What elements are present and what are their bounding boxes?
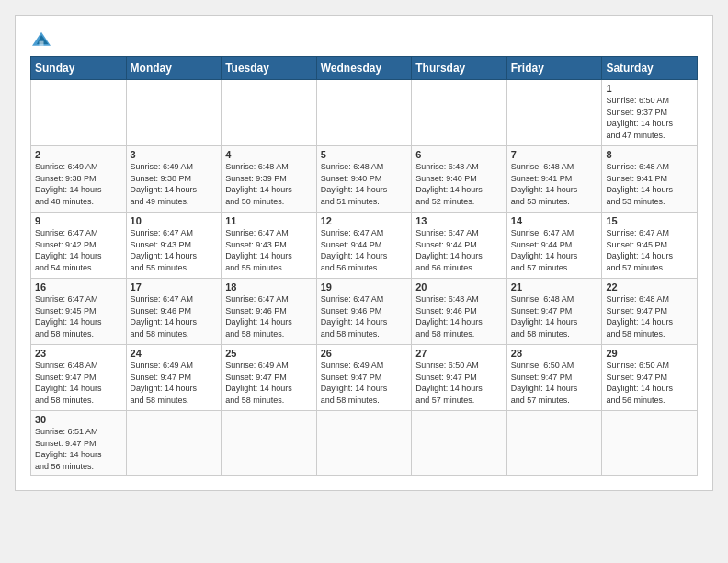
- week-row: 30Sunrise: 6:51 AM Sunset: 9:47 PM Dayli…: [31, 411, 698, 476]
- day-number: 22: [606, 282, 693, 293]
- cell-info: Sunrise: 6:48 AM Sunset: 9:40 PM Dayligh…: [415, 161, 503, 207]
- calendar-cell: [506, 80, 602, 146]
- day-header-wednesday: Wednesday: [316, 57, 412, 80]
- calendar-cell: 15Sunrise: 6:47 AM Sunset: 9:45 PM Dayli…: [602, 213, 698, 279]
- day-number: 13: [415, 215, 503, 226]
- week-row: 16Sunrise: 6:47 AM Sunset: 9:45 PM Dayli…: [31, 279, 698, 345]
- calendar-cell: 16Sunrise: 6:47 AM Sunset: 9:45 PM Dayli…: [31, 279, 127, 345]
- calendar-cell: 28Sunrise: 6:50 AM Sunset: 9:47 PM Dayli…: [506, 345, 602, 411]
- cell-info: Sunrise: 6:51 AM Sunset: 9:47 PM Dayligh…: [35, 426, 122, 472]
- calendar-cell: [316, 411, 412, 476]
- calendar-cell: 14Sunrise: 6:47 AM Sunset: 9:44 PM Dayli…: [506, 213, 602, 279]
- calendar-cell: 25Sunrise: 6:49 AM Sunset: 9:47 PM Dayli…: [222, 345, 317, 411]
- calendar-cell: [602, 411, 698, 476]
- cell-info: Sunrise: 6:50 AM Sunset: 9:47 PM Dayligh…: [415, 360, 503, 406]
- cell-info: Sunrise: 6:48 AM Sunset: 9:41 PM Dayligh…: [606, 161, 693, 207]
- cell-info: Sunrise: 6:47 AM Sunset: 9:44 PM Dayligh…: [511, 227, 598, 273]
- calendar-header: SundayMondayTuesdayWednesdayThursdayFrid…: [31, 57, 698, 80]
- calendar-cell: 10Sunrise: 6:47 AM Sunset: 9:43 PM Dayli…: [126, 213, 222, 279]
- day-number: 2: [35, 149, 122, 160]
- calendar-cell: 17Sunrise: 6:47 AM Sunset: 9:46 PM Dayli…: [126, 279, 222, 345]
- cell-info: Sunrise: 6:47 AM Sunset: 9:46 PM Dayligh…: [225, 293, 313, 339]
- day-number: 11: [225, 215, 313, 226]
- calendar-container: SundayMondayTuesdayWednesdayThursdayFrid…: [15, 15, 713, 491]
- cell-info: Sunrise: 6:47 AM Sunset: 9:46 PM Dayligh…: [321, 293, 408, 339]
- calendar-table: SundayMondayTuesdayWednesdayThursdayFrid…: [30, 56, 698, 476]
- calendar-cell: 20Sunrise: 6:48 AM Sunset: 9:46 PM Dayli…: [412, 279, 507, 345]
- cell-info: Sunrise: 6:47 AM Sunset: 9:45 PM Dayligh…: [35, 293, 122, 339]
- day-number: 24: [131, 348, 218, 359]
- cell-info: Sunrise: 6:48 AM Sunset: 9:47 PM Dayligh…: [606, 293, 693, 339]
- day-header-tuesday: Tuesday: [222, 57, 317, 80]
- day-number: 1: [606, 83, 693, 94]
- calendar-cell: [126, 80, 222, 146]
- header-row: SundayMondayTuesdayWednesdayThursdayFrid…: [31, 57, 698, 80]
- calendar-cell: 7Sunrise: 6:48 AM Sunset: 9:41 PM Daylig…: [506, 146, 602, 213]
- cell-info: Sunrise: 6:48 AM Sunset: 9:47 PM Dayligh…: [35, 360, 122, 406]
- day-header-friday: Friday: [506, 57, 602, 80]
- day-number: 26: [321, 348, 408, 359]
- calendar-cell: 4Sunrise: 6:48 AM Sunset: 9:39 PM Daylig…: [222, 146, 317, 213]
- calendar-body: 1Sunrise: 6:50 AM Sunset: 9:37 PM Daylig…: [31, 80, 698, 476]
- calendar-cell: 26Sunrise: 6:49 AM Sunset: 9:47 PM Dayli…: [316, 345, 412, 411]
- calendar-cell: [222, 411, 317, 476]
- day-number: 3: [131, 149, 218, 160]
- day-number: 8: [606, 149, 693, 160]
- day-number: 5: [321, 149, 408, 160]
- day-number: 21: [511, 282, 598, 293]
- calendar-cell: 21Sunrise: 6:48 AM Sunset: 9:47 PM Dayli…: [506, 279, 602, 345]
- calendar-cell: 11Sunrise: 6:47 AM Sunset: 9:43 PM Dayli…: [222, 213, 317, 279]
- svg-rect-2: [40, 41, 44, 46]
- calendar-cell: [31, 80, 127, 146]
- cell-info: Sunrise: 6:47 AM Sunset: 9:44 PM Dayligh…: [415, 227, 503, 273]
- calendar-cell: 8Sunrise: 6:48 AM Sunset: 9:41 PM Daylig…: [602, 146, 698, 213]
- calendar-cell: 9Sunrise: 6:47 AM Sunset: 9:42 PM Daylig…: [31, 213, 127, 279]
- calendar-cell: 12Sunrise: 6:47 AM Sunset: 9:44 PM Dayli…: [316, 213, 412, 279]
- day-number: 4: [225, 149, 313, 160]
- cell-info: Sunrise: 6:48 AM Sunset: 9:46 PM Dayligh…: [415, 293, 503, 339]
- cell-info: Sunrise: 6:48 AM Sunset: 9:39 PM Dayligh…: [225, 161, 313, 207]
- day-number: 23: [35, 348, 122, 359]
- cell-info: Sunrise: 6:47 AM Sunset: 9:43 PM Dayligh…: [131, 227, 218, 273]
- calendar-cell: 13Sunrise: 6:47 AM Sunset: 9:44 PM Dayli…: [412, 213, 507, 279]
- cell-info: Sunrise: 6:49 AM Sunset: 9:38 PM Dayligh…: [131, 161, 218, 207]
- calendar-cell: 30Sunrise: 6:51 AM Sunset: 9:47 PM Dayli…: [31, 411, 127, 476]
- calendar-cell: 18Sunrise: 6:47 AM Sunset: 9:46 PM Dayli…: [222, 279, 317, 345]
- day-number: 28: [511, 348, 598, 359]
- day-number: 17: [131, 282, 218, 293]
- cell-info: Sunrise: 6:47 AM Sunset: 9:46 PM Dayligh…: [131, 293, 218, 339]
- calendar-cell: 5Sunrise: 6:48 AM Sunset: 9:40 PM Daylig…: [316, 146, 412, 213]
- logo-icon: [30, 30, 52, 49]
- week-row: 23Sunrise: 6:48 AM Sunset: 9:47 PM Dayli…: [31, 345, 698, 411]
- calendar-cell: [506, 411, 602, 476]
- cell-info: Sunrise: 6:47 AM Sunset: 9:43 PM Dayligh…: [225, 227, 313, 273]
- cell-info: Sunrise: 6:50 AM Sunset: 9:47 PM Dayligh…: [606, 360, 693, 406]
- day-number: 15: [606, 215, 693, 226]
- cell-info: Sunrise: 6:48 AM Sunset: 9:40 PM Dayligh…: [321, 161, 408, 207]
- calendar-cell: [126, 411, 222, 476]
- week-row: 2Sunrise: 6:49 AM Sunset: 9:38 PM Daylig…: [31, 146, 698, 213]
- cell-info: Sunrise: 6:49 AM Sunset: 9:47 PM Dayligh…: [321, 360, 408, 406]
- week-row: 9Sunrise: 6:47 AM Sunset: 9:42 PM Daylig…: [31, 213, 698, 279]
- calendar-cell: 2Sunrise: 6:49 AM Sunset: 9:38 PM Daylig…: [31, 146, 127, 213]
- day-number: 27: [415, 348, 503, 359]
- cell-info: Sunrise: 6:48 AM Sunset: 9:41 PM Dayligh…: [511, 161, 598, 207]
- cell-info: Sunrise: 6:48 AM Sunset: 9:47 PM Dayligh…: [511, 293, 598, 339]
- day-header-sunday: Sunday: [31, 57, 127, 80]
- cell-info: Sunrise: 6:47 AM Sunset: 9:45 PM Dayligh…: [606, 227, 693, 273]
- day-number: 7: [511, 149, 598, 160]
- cell-info: Sunrise: 6:49 AM Sunset: 9:38 PM Dayligh…: [35, 161, 122, 207]
- day-number: 10: [131, 215, 218, 226]
- day-number: 14: [511, 215, 598, 226]
- calendar-cell: [412, 411, 507, 476]
- day-number: 16: [35, 282, 122, 293]
- calendar-cell: 6Sunrise: 6:48 AM Sunset: 9:40 PM Daylig…: [412, 146, 507, 213]
- day-number: 9: [35, 215, 122, 226]
- day-number: 30: [35, 414, 122, 425]
- cell-info: Sunrise: 6:49 AM Sunset: 9:47 PM Dayligh…: [225, 360, 313, 406]
- day-number: 18: [225, 282, 313, 293]
- calendar-cell: 27Sunrise: 6:50 AM Sunset: 9:47 PM Dayli…: [412, 345, 507, 411]
- calendar-cell: 19Sunrise: 6:47 AM Sunset: 9:46 PM Dayli…: [316, 279, 412, 345]
- day-header-thursday: Thursday: [412, 57, 507, 80]
- day-header-saturday: Saturday: [602, 57, 698, 80]
